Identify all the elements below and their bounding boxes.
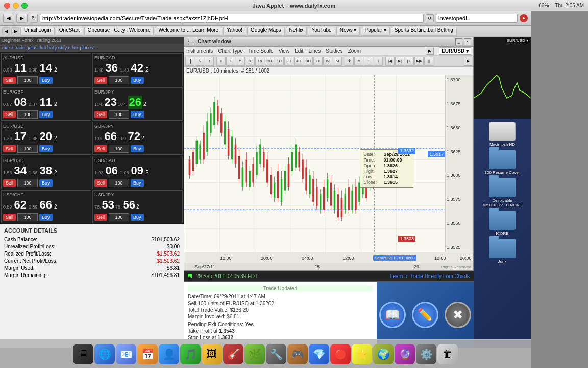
back-button[interactable]: ◀ bbox=[3, 14, 14, 23]
dock-icon11[interactable]: 🎮 bbox=[287, 344, 308, 364]
dock-icon17[interactable]: ⚙️ bbox=[416, 344, 436, 364]
bookmark-learnmore[interactable]: Welcome to ... Learn More bbox=[155, 27, 222, 36]
tool-zoom2[interactable]: ▶| bbox=[395, 57, 404, 66]
tool-2H[interactable]: 2H bbox=[284, 57, 293, 66]
tool-4H[interactable]: 4H bbox=[294, 57, 303, 66]
tool-line-chart[interactable]: ∿ bbox=[195, 57, 204, 66]
eurjpy-qty[interactable] bbox=[109, 110, 129, 119]
menu-studies[interactable]: Studies bbox=[326, 48, 342, 54]
eurusd-buy[interactable]: Buy bbox=[39, 145, 53, 152]
dock-safari[interactable]: 🌐 bbox=[94, 344, 115, 364]
refresh-icon[interactable]: ↺ bbox=[426, 14, 434, 22]
dock-icon10[interactable]: 🔧 bbox=[266, 344, 286, 364]
menu-instruments[interactable]: Instruments bbox=[186, 48, 213, 54]
eurgbp-buy[interactable]: Buy bbox=[39, 111, 53, 118]
usdchf-buy[interactable]: Buy bbox=[39, 214, 53, 221]
tool-zoom1[interactable]: |◀ bbox=[385, 57, 395, 66]
tool-5[interactable]: 5 bbox=[236, 57, 245, 66]
gbpjpy-sell[interactable]: Sell bbox=[94, 145, 107, 152]
gbpjpy-qty[interactable] bbox=[109, 145, 129, 153]
tool-10[interactable]: 10 bbox=[246, 57, 255, 66]
tool-zoom5[interactable]: || bbox=[424, 57, 433, 66]
tool-area-chart[interactable]: ⌇ bbox=[205, 57, 214, 66]
bookmark-news[interactable]: News ▾ bbox=[336, 27, 360, 36]
bookmark-googlemaps[interactable]: Google Maps bbox=[247, 27, 284, 36]
menu-lines[interactable]: Lines bbox=[308, 48, 321, 54]
usdcad-sell[interactable]: Sell bbox=[94, 179, 107, 187]
desktop-icon-icore[interactable]: ICORE bbox=[489, 211, 516, 236]
tool-crosshair[interactable]: ✛ bbox=[345, 57, 354, 66]
tool-grid[interactable]: # bbox=[354, 57, 363, 66]
toolbar-expand[interactable]: ▶ bbox=[464, 57, 472, 66]
tool-up[interactable]: ↑ bbox=[364, 57, 373, 66]
bookmark-oncourse[interactable]: Oncourse : G...y : Welcome bbox=[84, 27, 154, 36]
trade-close-icon[interactable]: ✖ bbox=[445, 302, 471, 328]
tool-T[interactable]: T bbox=[216, 57, 226, 66]
dock-icon9[interactable]: 🌿 bbox=[244, 344, 265, 364]
eurgbp-qty[interactable] bbox=[17, 110, 38, 119]
eurcad-buy[interactable]: Buy bbox=[131, 77, 144, 84]
usdjpy-buy[interactable]: Buy bbox=[131, 214, 144, 221]
gbpusd-buy[interactable]: Buy bbox=[39, 179, 53, 187]
eurcad-sell[interactable]: Sell bbox=[94, 77, 107, 84]
usdchf-qty[interactable] bbox=[17, 213, 38, 221]
reload-button[interactable]: ↻ bbox=[30, 14, 38, 23]
usdjpy-sell[interactable]: Sell bbox=[94, 214, 107, 221]
eurusd-qty[interactable] bbox=[17, 145, 38, 153]
dock-icon8[interactable]: 🎸 bbox=[223, 344, 243, 364]
chart-min-button[interactable]: _ bbox=[455, 38, 462, 45]
desktop-icon-hd[interactable]: Macintosh HD bbox=[489, 122, 516, 147]
tool-30[interactable]: 30 bbox=[265, 57, 274, 66]
bookmark-netflix[interactable]: Netflix bbox=[286, 27, 307, 36]
minimize-button[interactable] bbox=[13, 3, 19, 9]
tool-D[interactable]: D bbox=[313, 57, 323, 66]
desktop-icon-resume[interactable]: 320 Resume Cover bbox=[485, 150, 520, 175]
tool-down[interactable]: ↓ bbox=[374, 57, 383, 66]
tool-1[interactable]: 1 bbox=[226, 57, 235, 66]
dock-icon18[interactable]: 🗑 bbox=[437, 344, 458, 364]
trade-edit-icon[interactable]: ✏️ bbox=[412, 302, 438, 328]
tool-bar-chart[interactable]: ▐ bbox=[185, 57, 194, 66]
dock-music[interactable]: 🎵 bbox=[180, 344, 201, 364]
eurusd-sell[interactable]: Sell bbox=[3, 145, 16, 152]
dock-icon12[interactable]: 💎 bbox=[309, 344, 329, 364]
url-bar[interactable] bbox=[40, 14, 424, 23]
tool-8H[interactable]: 8H bbox=[304, 57, 313, 66]
chart-main-area[interactable]: Date: Sep/29/2011 Time: 01:00:00 Open: 1… bbox=[184, 75, 445, 252]
desktop-icon-despicable[interactable]: Despicable Me.010.DV...C3-lOVE bbox=[482, 178, 523, 208]
dock-calendar[interactable]: 📅 bbox=[137, 344, 158, 364]
dock-mail[interactable]: 📧 bbox=[116, 344, 136, 364]
tool-zoom4[interactable]: ▶▶ bbox=[414, 57, 424, 66]
menu-charttype[interactable]: Chart Type bbox=[218, 48, 243, 54]
promo-banner[interactable]: make trade gains that hot justify other … bbox=[0, 44, 184, 52]
maximize-button[interactable] bbox=[21, 3, 28, 9]
eurjpy-buy[interactable]: Buy bbox=[131, 111, 144, 118]
close-button[interactable] bbox=[4, 3, 10, 9]
dock-icon16[interactable]: 🔮 bbox=[395, 344, 415, 364]
bookmark-yahoo[interactable]: Yahoo! bbox=[223, 27, 246, 36]
dock-photos[interactable]: 🖼 bbox=[202, 344, 222, 364]
usdjpy-qty[interactable] bbox=[109, 213, 129, 221]
pair-dropdown[interactable]: EUR/USD ▾ bbox=[439, 47, 471, 55]
tool-zoom3[interactable]: |+| bbox=[405, 57, 414, 66]
bookmark-sports[interactable]: Sports Bettin...ball Betting bbox=[391, 27, 457, 36]
gbpusd-sell[interactable]: Sell bbox=[3, 179, 16, 187]
search-go-button[interactable]: ● bbox=[520, 14, 528, 22]
dock-icon14[interactable]: ⭐ bbox=[352, 344, 372, 364]
desktop-icon-junk[interactable]: Junk bbox=[489, 239, 516, 264]
tool-M[interactable]: M bbox=[333, 57, 342, 66]
bookmark-youtube[interactable]: YouTube bbox=[308, 27, 335, 36]
trade-book-icon[interactable]: 📖 bbox=[379, 302, 406, 328]
audusd-sell[interactable]: Sell bbox=[3, 77, 16, 84]
gbpjpy-buy[interactable]: Buy bbox=[131, 145, 144, 152]
chart-close-button[interactable]: × bbox=[464, 38, 471, 45]
menu-view[interactable]: View bbox=[279, 48, 290, 54]
bookmarks-forward[interactable]: ▶ bbox=[11, 27, 19, 35]
dock-finder[interactable]: 🖥 bbox=[73, 344, 93, 364]
audusd-buy[interactable]: Buy bbox=[39, 77, 53, 84]
usdcad-buy[interactable]: Buy bbox=[131, 179, 144, 187]
bookmark-umail[interactable]: Umail Login bbox=[20, 27, 55, 36]
bookmark-onestart[interactable]: OneStart bbox=[56, 27, 83, 36]
usdcad-qty[interactable] bbox=[109, 179, 129, 187]
tool-1H[interactable]: 1H bbox=[275, 57, 284, 66]
